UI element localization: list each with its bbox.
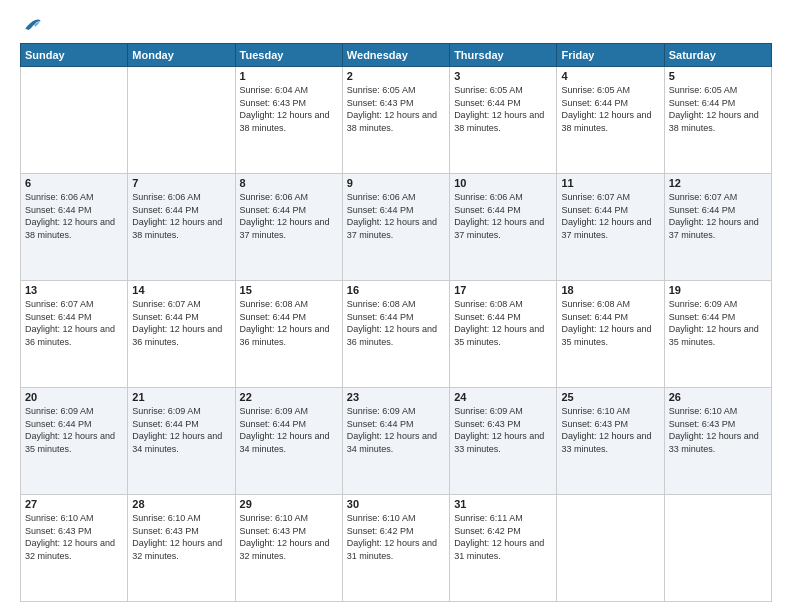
day-info: Sunrise: 6:08 AM Sunset: 6:44 PM Dayligh… (561, 298, 659, 348)
day-info: Sunrise: 6:06 AM Sunset: 6:44 PM Dayligh… (132, 191, 230, 241)
day-number: 21 (132, 391, 230, 403)
day-info: Sunrise: 6:10 AM Sunset: 6:43 PM Dayligh… (25, 512, 123, 562)
calendar-week-row: 20Sunrise: 6:09 AM Sunset: 6:44 PM Dayli… (21, 388, 772, 495)
day-number: 4 (561, 70, 659, 82)
header (20, 15, 772, 35)
page: Sunday Monday Tuesday Wednesday Thursday… (0, 0, 792, 612)
day-number: 11 (561, 177, 659, 189)
calendar-cell: 6Sunrise: 6:06 AM Sunset: 6:44 PM Daylig… (21, 174, 128, 281)
day-info: Sunrise: 6:09 AM Sunset: 6:44 PM Dayligh… (347, 405, 445, 455)
calendar-week-row: 1Sunrise: 6:04 AM Sunset: 6:43 PM Daylig… (21, 67, 772, 174)
day-info: Sunrise: 6:08 AM Sunset: 6:44 PM Dayligh… (347, 298, 445, 348)
day-info: Sunrise: 6:10 AM Sunset: 6:43 PM Dayligh… (240, 512, 338, 562)
day-info: Sunrise: 6:10 AM Sunset: 6:43 PM Dayligh… (132, 512, 230, 562)
day-number: 12 (669, 177, 767, 189)
calendar-cell: 9Sunrise: 6:06 AM Sunset: 6:44 PM Daylig… (342, 174, 449, 281)
calendar-week-row: 27Sunrise: 6:10 AM Sunset: 6:43 PM Dayli… (21, 495, 772, 602)
calendar-cell (557, 495, 664, 602)
calendar-table: Sunday Monday Tuesday Wednesday Thursday… (20, 43, 772, 602)
calendar-cell: 12Sunrise: 6:07 AM Sunset: 6:44 PM Dayli… (664, 174, 771, 281)
day-number: 8 (240, 177, 338, 189)
day-info: Sunrise: 6:06 AM Sunset: 6:44 PM Dayligh… (347, 191, 445, 241)
day-number: 13 (25, 284, 123, 296)
day-info: Sunrise: 6:07 AM Sunset: 6:44 PM Dayligh… (561, 191, 659, 241)
day-info: Sunrise: 6:09 AM Sunset: 6:44 PM Dayligh… (25, 405, 123, 455)
day-number: 30 (347, 498, 445, 510)
col-thursday: Thursday (450, 44, 557, 67)
calendar-cell: 29Sunrise: 6:10 AM Sunset: 6:43 PM Dayli… (235, 495, 342, 602)
day-number: 28 (132, 498, 230, 510)
calendar-cell: 23Sunrise: 6:09 AM Sunset: 6:44 PM Dayli… (342, 388, 449, 495)
day-info: Sunrise: 6:07 AM Sunset: 6:44 PM Dayligh… (25, 298, 123, 348)
day-info: Sunrise: 6:05 AM Sunset: 6:44 PM Dayligh… (561, 84, 659, 134)
day-number: 2 (347, 70, 445, 82)
day-number: 29 (240, 498, 338, 510)
day-info: Sunrise: 6:07 AM Sunset: 6:44 PM Dayligh… (669, 191, 767, 241)
calendar-cell: 30Sunrise: 6:10 AM Sunset: 6:42 PM Dayli… (342, 495, 449, 602)
day-info: Sunrise: 6:10 AM Sunset: 6:43 PM Dayligh… (669, 405, 767, 455)
day-number: 16 (347, 284, 445, 296)
calendar-cell: 5Sunrise: 6:05 AM Sunset: 6:44 PM Daylig… (664, 67, 771, 174)
day-info: Sunrise: 6:09 AM Sunset: 6:44 PM Dayligh… (669, 298, 767, 348)
calendar-cell: 21Sunrise: 6:09 AM Sunset: 6:44 PM Dayli… (128, 388, 235, 495)
calendar-cell: 11Sunrise: 6:07 AM Sunset: 6:44 PM Dayli… (557, 174, 664, 281)
day-number: 14 (132, 284, 230, 296)
day-number: 17 (454, 284, 552, 296)
calendar-cell: 19Sunrise: 6:09 AM Sunset: 6:44 PM Dayli… (664, 281, 771, 388)
day-number: 27 (25, 498, 123, 510)
day-number: 5 (669, 70, 767, 82)
day-number: 22 (240, 391, 338, 403)
day-info: Sunrise: 6:10 AM Sunset: 6:43 PM Dayligh… (561, 405, 659, 455)
day-info: Sunrise: 6:05 AM Sunset: 6:43 PM Dayligh… (347, 84, 445, 134)
day-number: 26 (669, 391, 767, 403)
day-info: Sunrise: 6:06 AM Sunset: 6:44 PM Dayligh… (454, 191, 552, 241)
calendar-cell: 15Sunrise: 6:08 AM Sunset: 6:44 PM Dayli… (235, 281, 342, 388)
calendar-week-row: 13Sunrise: 6:07 AM Sunset: 6:44 PM Dayli… (21, 281, 772, 388)
calendar-cell: 8Sunrise: 6:06 AM Sunset: 6:44 PM Daylig… (235, 174, 342, 281)
calendar-cell: 18Sunrise: 6:08 AM Sunset: 6:44 PM Dayli… (557, 281, 664, 388)
day-info: Sunrise: 6:09 AM Sunset: 6:44 PM Dayligh… (132, 405, 230, 455)
day-info: Sunrise: 6:05 AM Sunset: 6:44 PM Dayligh… (454, 84, 552, 134)
calendar-header-row: Sunday Monday Tuesday Wednesday Thursday… (21, 44, 772, 67)
day-number: 3 (454, 70, 552, 82)
calendar-cell: 13Sunrise: 6:07 AM Sunset: 6:44 PM Dayli… (21, 281, 128, 388)
logo-bird-icon (22, 15, 42, 35)
calendar-cell: 16Sunrise: 6:08 AM Sunset: 6:44 PM Dayli… (342, 281, 449, 388)
day-number: 31 (454, 498, 552, 510)
calendar-cell: 22Sunrise: 6:09 AM Sunset: 6:44 PM Dayli… (235, 388, 342, 495)
day-info: Sunrise: 6:08 AM Sunset: 6:44 PM Dayligh… (240, 298, 338, 348)
col-saturday: Saturday (664, 44, 771, 67)
logo (20, 15, 42, 35)
col-tuesday: Tuesday (235, 44, 342, 67)
day-number: 19 (669, 284, 767, 296)
col-wednesday: Wednesday (342, 44, 449, 67)
calendar-cell: 4Sunrise: 6:05 AM Sunset: 6:44 PM Daylig… (557, 67, 664, 174)
day-info: Sunrise: 6:06 AM Sunset: 6:44 PM Dayligh… (240, 191, 338, 241)
day-info: Sunrise: 6:04 AM Sunset: 6:43 PM Dayligh… (240, 84, 338, 134)
col-sunday: Sunday (21, 44, 128, 67)
calendar-cell: 25Sunrise: 6:10 AM Sunset: 6:43 PM Dayli… (557, 388, 664, 495)
day-info: Sunrise: 6:10 AM Sunset: 6:42 PM Dayligh… (347, 512, 445, 562)
calendar-cell: 24Sunrise: 6:09 AM Sunset: 6:43 PM Dayli… (450, 388, 557, 495)
day-number: 24 (454, 391, 552, 403)
day-number: 6 (25, 177, 123, 189)
day-info: Sunrise: 6:05 AM Sunset: 6:44 PM Dayligh… (669, 84, 767, 134)
day-number: 20 (25, 391, 123, 403)
day-info: Sunrise: 6:06 AM Sunset: 6:44 PM Dayligh… (25, 191, 123, 241)
calendar-cell: 17Sunrise: 6:08 AM Sunset: 6:44 PM Dayli… (450, 281, 557, 388)
calendar-cell: 27Sunrise: 6:10 AM Sunset: 6:43 PM Dayli… (21, 495, 128, 602)
calendar-cell (664, 495, 771, 602)
day-info: Sunrise: 6:08 AM Sunset: 6:44 PM Dayligh… (454, 298, 552, 348)
day-info: Sunrise: 6:07 AM Sunset: 6:44 PM Dayligh… (132, 298, 230, 348)
day-number: 18 (561, 284, 659, 296)
day-info: Sunrise: 6:11 AM Sunset: 6:42 PM Dayligh… (454, 512, 552, 562)
calendar-cell: 10Sunrise: 6:06 AM Sunset: 6:44 PM Dayli… (450, 174, 557, 281)
calendar-cell: 31Sunrise: 6:11 AM Sunset: 6:42 PM Dayli… (450, 495, 557, 602)
calendar-week-row: 6Sunrise: 6:06 AM Sunset: 6:44 PM Daylig… (21, 174, 772, 281)
calendar-cell: 20Sunrise: 6:09 AM Sunset: 6:44 PM Dayli… (21, 388, 128, 495)
calendar-cell (128, 67, 235, 174)
day-number: 7 (132, 177, 230, 189)
calendar-cell: 7Sunrise: 6:06 AM Sunset: 6:44 PM Daylig… (128, 174, 235, 281)
calendar-cell: 26Sunrise: 6:10 AM Sunset: 6:43 PM Dayli… (664, 388, 771, 495)
day-number: 10 (454, 177, 552, 189)
